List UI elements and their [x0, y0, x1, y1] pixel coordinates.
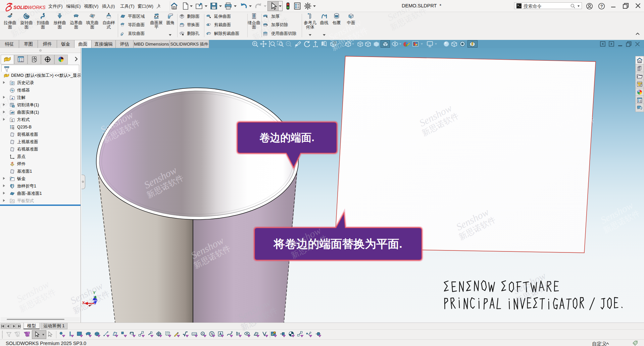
svg-text:X: X: [82, 301, 85, 305]
svg-text:Y: Y: [93, 291, 96, 295]
svg-text:SOLIDWORKS: SOLIDWORKS: [13, 5, 46, 10]
svg-text:将卷边的端面替换为平面.: 将卷边的端面替换为平面.: [273, 237, 402, 250]
svg-text:卷边的端面.: 卷边的端面.: [259, 132, 314, 143]
